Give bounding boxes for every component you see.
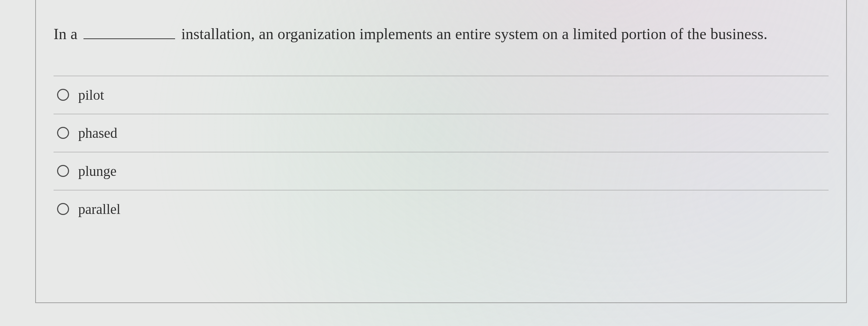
- question-text: In a installation, an organization imple…: [54, 21, 829, 48]
- option-phased[interactable]: phased: [54, 114, 829, 152]
- question-pre: In a: [54, 25, 78, 43]
- radio-icon: [57, 127, 69, 139]
- option-parallel[interactable]: parallel: [54, 190, 829, 228]
- radio-icon: [57, 89, 69, 101]
- options-list: pilot phased plunge parallel: [54, 76, 829, 228]
- radio-icon: [57, 203, 69, 215]
- option-label: parallel: [78, 201, 120, 217]
- question-post: installation, an organization implements…: [181, 25, 767, 43]
- page-root: In a installation, an organization imple…: [0, 0, 868, 326]
- option-label: phased: [78, 125, 117, 141]
- option-plunge[interactable]: plunge: [54, 152, 829, 190]
- option-label: pilot: [78, 87, 104, 103]
- question-card: In a installation, an organization imple…: [35, 0, 847, 303]
- option-label: plunge: [78, 163, 117, 179]
- option-pilot[interactable]: pilot: [54, 76, 829, 114]
- radio-icon: [57, 165, 69, 177]
- fill-in-blank: [83, 22, 175, 39]
